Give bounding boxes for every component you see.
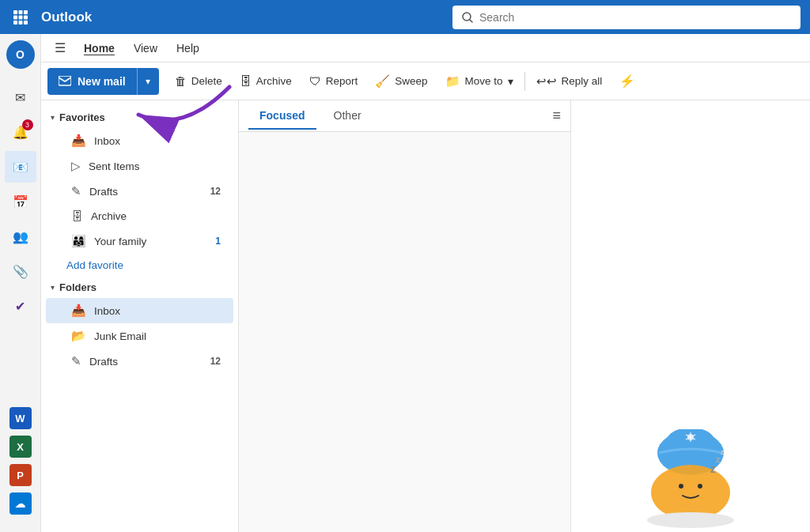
move-icon: 📁 xyxy=(445,74,460,89)
svg-point-19 xyxy=(679,484,683,489)
folder-panel: ▾ Favorites 📥 Inbox ▷ Sent Items ✎ Draft… xyxy=(41,100,239,532)
app-title: Outlook xyxy=(41,9,92,25)
rail-icon-calendar[interactable]: 📅 xyxy=(5,186,36,217)
inbox-icon: 📥 xyxy=(71,134,86,148)
reading-pane: z z z xyxy=(571,100,810,532)
move-to-label: Move to xyxy=(465,75,503,87)
add-favorite-button[interactable]: Add favorite xyxy=(41,254,238,277)
favorites-archive[interactable]: 🗄 Archive xyxy=(46,204,233,228)
new-mail-dropdown-button[interactable]: ▾ xyxy=(137,68,159,95)
folders-chevron: ▾ xyxy=(51,283,55,292)
delete-button[interactable]: 🗑 Delete xyxy=(167,68,230,95)
favorites-chevron: ▾ xyxy=(51,113,55,122)
report-button[interactable]: 🛡 Report xyxy=(301,68,366,95)
delete-label: Delete xyxy=(191,75,222,87)
move-dropdown-icon: ▾ xyxy=(508,75,513,88)
mail-list-body xyxy=(239,132,570,532)
favorites-drafts[interactable]: ✎ Drafts 12 xyxy=(46,179,233,204)
svg-rect-1 xyxy=(19,10,23,14)
favorites-family[interactable]: 👨‍👩‍👧 Your family 1 xyxy=(46,228,233,254)
envelope-icon xyxy=(59,76,71,87)
svg-rect-2 xyxy=(24,10,28,14)
svg-point-24 xyxy=(647,512,734,528)
mail-tabs: Focused Other ≡ xyxy=(239,100,570,132)
hamburger-button[interactable]: ☰ xyxy=(47,36,73,61)
folders-section-header[interactable]: ▾ Folders xyxy=(41,277,238,298)
folders-drafts[interactable]: ✎ Drafts 12 xyxy=(46,349,233,374)
search-icon xyxy=(462,12,473,23)
svg-rect-3 xyxy=(13,15,17,19)
svg-rect-7 xyxy=(19,21,23,25)
archive-fav-icon: 🗄 xyxy=(71,209,83,223)
filter-icon[interactable]: ≡ xyxy=(552,108,561,124)
rail-excel-icon[interactable]: X xyxy=(9,436,32,458)
content-area: ☰ Home View Help New mail ▾ 🗑 Delete xyxy=(41,34,810,532)
archive-button[interactable]: 🗄 Archive xyxy=(232,68,300,95)
tab-other[interactable]: Other xyxy=(323,103,373,130)
icon-rail: O ✉ 🔔 3 📧 📅 👥 📎 ✔ W X P ☁ xyxy=(0,34,41,532)
sweep-label: Sweep xyxy=(395,75,427,87)
sweep-button[interactable]: 🧹 Sweep xyxy=(367,68,435,95)
menu-home[interactable]: Home xyxy=(76,39,123,58)
drafts-icon: ✎ xyxy=(71,184,81,198)
rail-word-icon[interactable]: W xyxy=(9,407,32,429)
favorites-label: Favorites xyxy=(59,111,105,123)
archive-icon: 🗄 xyxy=(240,74,252,88)
favorites-sent-label: Sent Items xyxy=(89,160,221,172)
top-bar: Outlook xyxy=(0,0,810,34)
svg-text:z: z xyxy=(721,448,725,456)
rail-icon-mail[interactable]: ✉ xyxy=(5,81,36,113)
tab-focused[interactable]: Focused xyxy=(248,103,316,130)
rail-onedrive-icon[interactable]: ☁ xyxy=(9,492,32,515)
folders-inbox-icon: 📥 xyxy=(71,304,86,318)
grid-icon[interactable] xyxy=(9,10,32,25)
menu-help[interactable]: Help xyxy=(168,39,207,58)
main-container: O ✉ 🔔 3 📧 📅 👥 📎 ✔ W X P ☁ ☰ Home View He… xyxy=(0,34,810,532)
folders-drafts-badge: 12 xyxy=(210,356,221,367)
sent-icon: ▷ xyxy=(71,159,81,173)
rail-ppt-icon[interactable]: P xyxy=(9,464,32,486)
lightning-icon: ⚡ xyxy=(619,74,635,89)
favorites-inbox[interactable]: 📥 Inbox xyxy=(46,128,233,153)
favorites-sent[interactable]: ▷ Sent Items xyxy=(46,153,233,179)
menu-view[interactable]: View xyxy=(126,39,165,58)
folders-inbox[interactable]: 📥 Inbox xyxy=(46,298,233,323)
new-mail-button[interactable]: New mail xyxy=(47,68,137,95)
favorites-family-label: Your family xyxy=(94,236,207,247)
svg-rect-5 xyxy=(24,15,28,19)
rail-icon-notification[interactable]: 🔔 3 xyxy=(5,116,36,148)
reply-all-button[interactable]: ↩↩ Reply all xyxy=(528,68,611,95)
three-panel: ▾ Favorites 📥 Inbox ▷ Sent Items ✎ Draft… xyxy=(41,100,810,532)
junk-icon: 📂 xyxy=(71,329,86,343)
svg-point-20 xyxy=(698,484,702,489)
reply-all-label: Reply all xyxy=(562,75,603,87)
favorites-family-badge: 1 xyxy=(215,236,221,247)
delete-icon: 🗑 xyxy=(175,74,187,88)
folders-junk[interactable]: 📂 Junk Email xyxy=(46,323,233,349)
favorites-archive-label: Archive xyxy=(91,210,221,222)
archive-label: Archive xyxy=(256,75,292,87)
toolbar-divider xyxy=(524,72,525,91)
svg-text:z: z xyxy=(710,462,716,475)
svg-rect-11 xyxy=(59,76,71,85)
search-input[interactable] xyxy=(479,11,791,24)
favorites-section-header[interactable]: ▾ Favorites xyxy=(41,107,238,128)
rail-icon-todo[interactable]: ✔ xyxy=(5,290,36,322)
toolbar: New mail ▾ 🗑 Delete 🗄 Archive 🛡 Report 🧹… xyxy=(41,62,810,100)
svg-point-18 xyxy=(651,465,730,520)
svg-rect-8 xyxy=(24,21,28,25)
svg-rect-4 xyxy=(19,15,23,19)
move-to-button[interactable]: 📁 Move to ▾ xyxy=(437,68,521,95)
folders-drafts-label: Drafts xyxy=(89,356,202,368)
search-bar[interactable] xyxy=(452,6,801,29)
rail-icon-attach[interactable]: 📎 xyxy=(5,255,36,287)
rail-icon-mail-active[interactable]: 📧 xyxy=(5,151,36,183)
rail-icon-outlook[interactable]: O xyxy=(6,40,35,69)
lightning-button[interactable]: ⚡ xyxy=(611,68,643,95)
family-icon: 👨‍👩‍👧 xyxy=(71,234,86,248)
rail-icon-contacts[interactable]: 👥 xyxy=(5,221,36,252)
folders-inbox-label: Inbox xyxy=(94,305,221,317)
svg-rect-0 xyxy=(13,10,17,14)
empty-state-illustration: z z z xyxy=(627,429,754,532)
new-mail-button-group: New mail ▾ xyxy=(47,68,159,95)
